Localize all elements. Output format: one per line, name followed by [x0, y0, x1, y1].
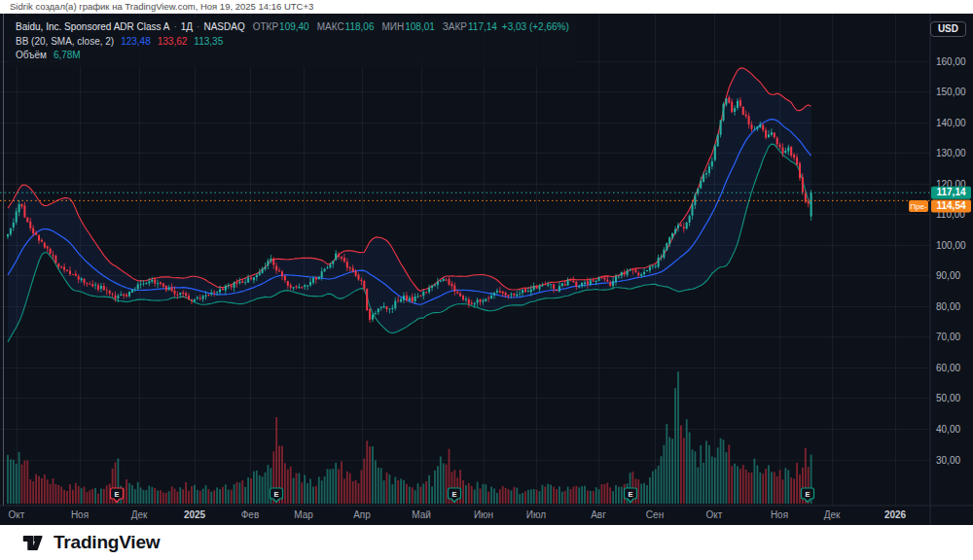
price-tick-label: 30,00 — [936, 455, 960, 466]
legend-separator: · — [197, 21, 199, 32]
time-axis-label: Окт — [9, 509, 25, 520]
time-axis-label: Окт — [706, 509, 723, 520]
earnings-marker[interactable]: E — [270, 488, 283, 503]
price-chart-canvas[interactable]: 160,00150,00140,00130,00120,00110,00100,… — [0, 14, 973, 525]
time-axis-label: Авг — [591, 509, 606, 520]
low-value: 108,01 — [405, 21, 435, 32]
time-axis-label: Июл — [526, 509, 546, 520]
svg-text:114,54: 114,54 — [936, 200, 965, 211]
bb-lower-value: 113,35 — [194, 36, 223, 47]
earnings-icon: E — [628, 490, 632, 499]
time-axis-label: Фев — [241, 509, 259, 520]
earnings-marker[interactable]: E — [449, 488, 461, 503]
earnings-icon: E — [805, 490, 810, 499]
brand-name[interactable]: TradingView — [54, 532, 160, 553]
footer: TradingView — [0, 525, 973, 560]
symbol-interval[interactable]: 1Д — [181, 21, 193, 32]
legend-panel: Baidu, Inc. Sponsored ADR Class A·1Д·NAS… — [8, 18, 578, 67]
symbol-legend-row[interactable]: Baidu, Inc. Sponsored ADR Class A·1Д·NAS… — [16, 20, 569, 35]
share-bar: Sidrik создал(а) график на TradingView.c… — [0, 0, 973, 14]
time-axis-label: Дек — [131, 509, 148, 520]
volume-legend-row[interactable]: Объём6,78М — [16, 49, 569, 63]
bb-legend-row[interactable]: BB (20, SMA, close, 2)123,48133,62113,35 — [16, 35, 569, 50]
price-tick-label: 100,00 — [936, 240, 966, 251]
legend-separator: · — [173, 21, 176, 32]
price-tick-label: 50,00 — [936, 393, 960, 403]
open-label: ОТКР — [253, 21, 278, 32]
price-tick-label: 90,00 — [936, 270, 960, 281]
volume-series — [7, 371, 811, 504]
last-price-badge: 117,14 — [931, 187, 971, 199]
price-tick-label: 80,00 — [936, 301, 960, 312]
time-axis-label: 2026 — [884, 509, 907, 520]
grid — [0, 14, 930, 506]
bb-basis-value: 123,48 — [121, 36, 151, 47]
premarket-tag: Пре- — [909, 200, 928, 212]
symbol-title[interactable]: Baidu, Inc. Sponsored ADR Class A — [16, 21, 169, 32]
earnings-icon: E — [451, 490, 456, 499]
time-axis[interactable]: ОктНояДек2025ФевМарАпрМайИюнИюлАвгСенОкт… — [9, 509, 907, 520]
bb-indicator-name[interactable]: BB (20, SMA, close, 2) — [16, 36, 114, 47]
share-text: Sidrik создал(а) график на TradingView.c… — [10, 1, 313, 12]
time-axis-label: Мар — [294, 509, 313, 520]
high-label: МАКС — [317, 21, 344, 32]
price-tick-label: 70,00 — [936, 332, 960, 342]
high-value: 118,06 — [345, 21, 375, 32]
price-tick-label: 40,00 — [936, 424, 960, 435]
time-axis-label: Дек — [824, 509, 841, 520]
change-value: +3,03 (+2,66%) — [502, 21, 569, 32]
open-value: 109,40 — [279, 21, 309, 32]
time-axis-label: Сен — [646, 509, 664, 520]
svg-text:Пре-: Пре- — [910, 202, 927, 211]
time-axis-label: Апр — [353, 509, 371, 520]
time-axis-label: 2025 — [184, 509, 206, 520]
close-value: 117,14 — [468, 21, 497, 32]
price-tick-label: 60,00 — [936, 363, 960, 373]
low-label: МИН — [381, 21, 404, 32]
symbol-exchange[interactable]: NASDAQ — [203, 21, 244, 32]
svg-text:117,14: 117,14 — [936, 187, 965, 197]
currency-button[interactable]: USD — [930, 21, 966, 37]
time-axis-label: Ноя — [71, 509, 89, 520]
chart-region[interactable]: 160,00150,00140,00130,00120,00110,00100,… — [0, 14, 973, 525]
price-tick-label: 160,00 — [936, 56, 966, 67]
tradingview-logo[interactable] — [19, 533, 46, 553]
earnings-icon: E — [273, 490, 278, 499]
price-axis[interactable]: 160,00150,00140,00130,00120,00110,00100,… — [936, 56, 966, 466]
volume-value: 6,78М — [54, 50, 81, 60]
time-axis-label: Май — [412, 509, 431, 520]
premarket-price-badge: 114,54 — [931, 199, 971, 212]
earnings-icon: E — [114, 490, 119, 499]
time-axis-label: Ноя — [771, 509, 788, 520]
bb-upper-value: 133,62 — [158, 36, 188, 47]
price-tick-label: 150,00 — [936, 87, 966, 97]
price-tick-label: 130,00 — [936, 148, 966, 158]
volume-label[interactable]: Объём — [16, 50, 47, 60]
time-axis-label: Июн — [474, 509, 493, 520]
close-label: ЗАКР — [443, 21, 467, 32]
price-tick-label: 140,00 — [936, 118, 966, 128]
